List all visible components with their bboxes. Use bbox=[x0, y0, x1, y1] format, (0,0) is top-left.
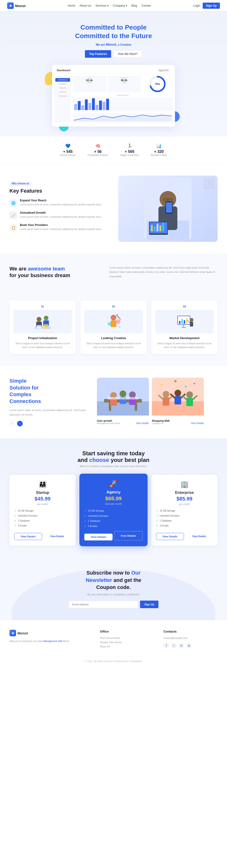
awesome-team-left: We are awesome teamfor your business dre… bbox=[9, 266, 100, 279]
ss-view-0[interactable]: View Details bbox=[136, 422, 149, 425]
bar-5 bbox=[89, 103, 91, 110]
dashboard-donut-container: 70% bbox=[142, 76, 173, 92]
hero-sub: We are Monst, a Creative bbox=[7, 42, 220, 46]
footer-logo-text: Monst bbox=[18, 631, 28, 635]
stats-bar: 💙 + 545 Annual Partner 🧠 + 56 Completed … bbox=[0, 136, 227, 164]
kf-title-1: Annualized Growth bbox=[20, 211, 102, 214]
signup-button[interactable]: Sign Up bbox=[203, 3, 220, 9]
startup-name: Startup bbox=[14, 491, 71, 495]
ss-prev-button[interactable]: ‹ bbox=[9, 421, 15, 427]
footer-brand-text: Help you to maximize your daily Manageme… bbox=[9, 639, 91, 643]
hero-line1: Committed to People bbox=[80, 24, 147, 31]
newsletter-email-input[interactable] bbox=[69, 600, 138, 608]
ss-photo-1 bbox=[152, 378, 204, 415]
nav-services[interactable]: Services ▾ bbox=[96, 4, 108, 7]
awesome-team-right: Lorem ipsum dolor sit amet, consectetur … bbox=[109, 266, 218, 279]
svg-rect-28 bbox=[111, 320, 116, 327]
check-icon: ✓ bbox=[14, 519, 16, 522]
ss-view-1[interactable]: View Details bbox=[191, 422, 204, 425]
kf-item-2: 📋 Book Your Providers Lorem ipsum dolor … bbox=[9, 223, 109, 231]
simple-solution-right: User growth Management with Monst View D… bbox=[97, 378, 218, 425]
bar-8 bbox=[99, 100, 102, 110]
hero-line2-highlight: to the Future bbox=[111, 32, 152, 39]
pricing-cards: 👨‍👩‍👧 Startup $45.99 per month ✓10 GB St… bbox=[9, 475, 218, 546]
hero-section: Committed to People Committed to the Fut… bbox=[0, 11, 227, 136]
simple-solution-text: Lorem ipsum dolor sit amet, consectetur … bbox=[9, 408, 90, 417]
nav-home[interactable]: Home bbox=[68, 4, 75, 7]
market-dev-illustration bbox=[174, 311, 195, 332]
kf-text-0: Lorem ipsum dolor sit amet, consectetur … bbox=[20, 203, 102, 206]
kf-content-0: Expand Your Reach Lorem ipsum dolor sit … bbox=[20, 199, 102, 207]
footer-logo: Monst bbox=[9, 630, 91, 636]
footer-brand-link[interactable]: Management with bbox=[43, 640, 62, 643]
pricing-card-enterprise: 🏢 Enterprise $85.99 per month ✓10 GB Sto… bbox=[151, 475, 218, 546]
nav-blog[interactable]: Blog bbox=[131, 4, 137, 7]
svg-rect-53 bbox=[110, 399, 117, 406]
footer-email-link[interactable]: contact@example.com bbox=[163, 637, 188, 640]
nav-about[interactable]: About Us bbox=[79, 4, 91, 7]
newsletter-sub: All your information is completely confi… bbox=[9, 593, 218, 596]
svg-rect-25 bbox=[44, 324, 48, 329]
check-icon: ✓ bbox=[84, 525, 86, 528]
enterprise-btn2[interactable]: View Details bbox=[185, 533, 213, 540]
login-button[interactable]: Login bbox=[193, 4, 200, 7]
kf-item-0: 🌐 Expand Your Reach Lorem ipsum dolor si… bbox=[9, 199, 109, 207]
svg-point-27 bbox=[111, 315, 116, 320]
dashboard-body: Dashboard Analytics Reports Settings Mes… bbox=[54, 74, 173, 124]
youtube-icon[interactable]: yt bbox=[186, 643, 192, 648]
dashboard-cards: Sales $2.4k +12% Revenue $8.9k +8% bbox=[73, 76, 173, 92]
dashboard-mockup: Dashboard Agent 04 Dashboard Analytics R… bbox=[52, 65, 175, 127]
dashboard-user: Agent 04 bbox=[157, 69, 170, 72]
awesome-team-heading: We are awesome teamfor your business dre… bbox=[9, 266, 100, 279]
agency-btn2[interactable]: Free Details bbox=[114, 531, 143, 540]
startup-btn2[interactable]: View Details bbox=[43, 533, 71, 540]
agency-btn1[interactable]: View Details bbox=[84, 534, 112, 540]
enterprise-btn1[interactable]: View Details bbox=[156, 533, 184, 540]
pricing-card-startup: 👨‍👩‍👧 Startup $45.99 per month ✓10 GB St… bbox=[9, 475, 76, 546]
nav-logo[interactable]: Monst bbox=[7, 2, 26, 9]
service-cards-grid: 01 Project Initialization Sed is ma bbox=[9, 300, 218, 354]
key-features-tag: Why choose us bbox=[9, 182, 31, 186]
footer-logo-icon bbox=[9, 630, 16, 636]
ss-next-button[interactable]: › bbox=[17, 421, 23, 427]
svg-rect-16 bbox=[159, 225, 161, 231]
sidebar-item-1[interactable]: Analytics bbox=[55, 82, 70, 86]
facebook-icon[interactable]: f bbox=[163, 643, 169, 648]
nav-company[interactable]: Company ▾ bbox=[113, 4, 127, 7]
pricing-section: Start saving time todayand choose your b… bbox=[0, 438, 227, 558]
ss-image-0: User growth Management with Monst View D… bbox=[97, 378, 149, 425]
card-num-0: 01 bbox=[13, 305, 72, 308]
card-illustration-2 bbox=[155, 310, 214, 334]
dashboard-sidebar: Dashboard Analytics Reports Settings Mes… bbox=[54, 76, 71, 122]
dashboard-main: Sales $2.4k +12% Revenue $8.9k +8% bbox=[73, 76, 173, 122]
how-we-work-button[interactable]: How We Work? bbox=[114, 50, 142, 58]
sidebar-item-4[interactable]: Messages bbox=[55, 94, 70, 98]
dotted-grid-decoration bbox=[203, 178, 215, 190]
donut-label: 70% bbox=[155, 83, 160, 86]
card-title-2: Market Development bbox=[155, 336, 214, 340]
logo-icon bbox=[7, 2, 14, 9]
twitter-icon[interactable]: t bbox=[171, 643, 176, 648]
nav-contact[interactable]: Contact bbox=[141, 4, 151, 7]
line-chart bbox=[73, 113, 173, 122]
card-text-0: Sed is magna sit amet risus tristique in… bbox=[13, 342, 72, 349]
sidebar-item-0[interactable]: Dashboard bbox=[55, 78, 70, 82]
linkedin-icon[interactable]: in bbox=[179, 643, 184, 648]
footer-copyright: © 2022. All rights reserved. Developed b… bbox=[85, 660, 142, 662]
kf-content-2: Book Your Providers Lorem ipsum dolor si… bbox=[20, 223, 102, 231]
footer-social: f t in yt bbox=[163, 643, 218, 648]
sidebar-item-3[interactable]: Settings bbox=[55, 90, 70, 94]
stat-label-0: Annual Partner bbox=[60, 154, 76, 156]
startup-btn1[interactable]: View Details bbox=[14, 533, 42, 540]
svg-rect-41 bbox=[186, 318, 188, 324]
svg-rect-7 bbox=[166, 202, 172, 213]
sidebar-item-2[interactable]: Reports bbox=[55, 86, 70, 90]
awesome-team-section: We are awesome teamfor your business dre… bbox=[0, 254, 227, 291]
top-features-button[interactable]: Top Features bbox=[85, 50, 111, 58]
service-card-2: 03 bbox=[151, 300, 218, 354]
svg-rect-13 bbox=[151, 225, 153, 231]
check-icon: ✓ bbox=[84, 514, 86, 517]
stat-num-0: + 545 bbox=[60, 150, 76, 154]
check-icon: ✓ bbox=[156, 509, 158, 512]
newsletter-signup-button[interactable]: Sign Up bbox=[140, 600, 158, 608]
